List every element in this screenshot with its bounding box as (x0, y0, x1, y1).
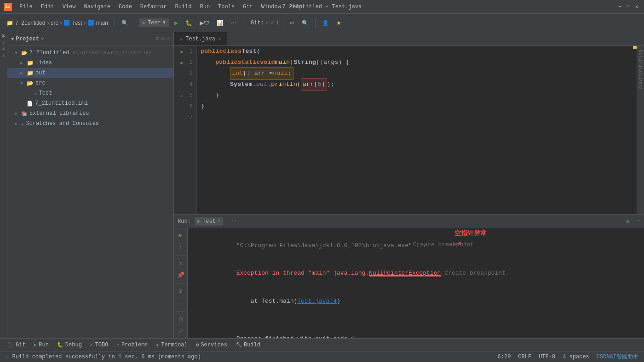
collapse-all-icon[interactable]: ⊟ (156, 35, 159, 42)
window-controls: ─ □ ✕ (616, 3, 640, 11)
minimize-button[interactable]: ─ (616, 3, 624, 11)
run-button[interactable]: ▶ (171, 17, 181, 29)
encoding[interactable]: UTF-8 (539, 354, 555, 360)
bracket-close-4: ] (322, 81, 325, 88)
tree-out[interactable]: ▶ 📁 out (7, 68, 173, 78)
code-line-7 (197, 112, 631, 123)
menu-build[interactable]: Build (171, 3, 195, 11)
menu-view[interactable]: View (59, 3, 80, 11)
tree-idea[interactable]: ▶ 📁 .idea (7, 58, 173, 68)
line-number-gutter: ▶ 1 ▶ 2 3 4 ▶ 5 6 (174, 46, 197, 214)
terminal-bottom-label: Terminal (161, 342, 188, 348)
line-num-6: 6 (185, 103, 193, 110)
git-check-icon[interactable]: ✓ (266, 19, 269, 26)
bottom-problems-btn[interactable]: ⚠ Problems (113, 341, 151, 349)
menu-code[interactable]: Code (115, 3, 136, 11)
profile-button[interactable]: 📊 (214, 17, 226, 29)
menu-edit[interactable]: Edit (37, 3, 58, 11)
bottom-git-btn[interactable]: ⬛ Git (4, 341, 29, 349)
bottom-todo-btn[interactable]: ✓ TODO (86, 341, 112, 349)
project-dropdown2[interactable]: ▼ (41, 36, 44, 42)
run-with-coverage[interactable]: ▶🛡 (197, 17, 212, 29)
bottom-terminal-btn[interactable]: ▸ Terminal (153, 341, 191, 349)
tree-src[interactable]: ▼ 📂 src (7, 78, 173, 88)
git-push-icon[interactable]: ↑ (276, 20, 279, 26)
tree-external-libs[interactable]: ▶ 📚 External Libraries (7, 108, 173, 119)
kw-int: int (232, 70, 243, 77)
line-ending[interactable]: CRLF (518, 354, 531, 360)
run-tab-close[interactable]: ✕ (218, 218, 221, 224)
at-paren-close: ) (337, 298, 340, 305)
run-settings-icon[interactable]: ⚙ (626, 218, 629, 225)
project-panel-title: Project (16, 36, 39, 42)
bottom-services-btn[interactable]: ⚙ Services (192, 341, 231, 349)
assign: = (269, 70, 273, 77)
menu-window[interactable]: Window (258, 3, 285, 11)
menu-file[interactable]: File (16, 3, 36, 11)
bottom-run-btn[interactable]: ▶ Run (30, 341, 52, 349)
undo-button[interactable]: ↩ (287, 17, 297, 29)
settings-icon[interactable]: ⚙ (161, 35, 165, 42)
find-button[interactable]: 🔍 (299, 17, 311, 29)
project-widget[interactable]: 📁 7_21untitled › src › 🟦 Test › 🟦 main (4, 17, 111, 29)
menu-run[interactable]: Run (196, 3, 213, 11)
annotation-container: 空指针异常 ↙ (454, 228, 487, 252)
notifications-panel[interactable]: Notifications (637, 46, 644, 214)
tree-scratches[interactable]: ▶ ✏ Scratches and Consoles (7, 119, 173, 129)
tab-test-java[interactable]: ☕ Test.java ✕ (174, 32, 227, 45)
sidebar-project-icon[interactable]: P (1, 34, 6, 37)
stack-trace-link[interactable]: Test.java:4 (297, 298, 337, 305)
sidebar-structure-icon[interactable]: S (1, 54, 6, 57)
run-panel-dots: ··· (230, 218, 241, 225)
create-breakpoint-link[interactable]: Create breakpoint (444, 270, 506, 277)
bottom-debug-btn[interactable]: 🐛 Debug (53, 341, 86, 349)
more-run-options[interactable]: ⋯ (228, 17, 239, 29)
terminal-bottom-icon: ▸ (156, 342, 160, 348)
menu-refactor[interactable]: Refactor (137, 3, 171, 11)
sidebar-bookmark-icon[interactable]: B (1, 47, 6, 51)
close-panel-icon[interactable]: − (167, 35, 170, 42)
close-button[interactable]: ✕ (633, 3, 640, 11)
git-ai-info[interactable]: CSDNAI智能助手 (597, 353, 638, 361)
indent-info[interactable]: 4 spaces (563, 354, 589, 360)
debug-button[interactable]: 🐛 (183, 17, 195, 29)
run-tab-test[interactable]: ▶ Test ✕ (195, 217, 224, 226)
line-num-1: 1 (185, 48, 193, 55)
run-rerun-btn[interactable]: ▶ (176, 230, 186, 240)
method-println: println (271, 79, 297, 90)
fold-icon-5[interactable]: ▶ (180, 93, 184, 99)
run-config-dropdown[interactable]: ▼ (163, 20, 166, 25)
line-col-info[interactable]: 6:29 (498, 354, 511, 360)
git-check-icon2[interactable]: ✓ (271, 19, 274, 26)
run-configuration[interactable]: ▶ Test ▼ (139, 18, 169, 27)
menu-git[interactable]: Git (239, 3, 257, 11)
tree-test[interactable]: ☕ Test (7, 88, 173, 98)
code-content[interactable]: public class Test { public static void m… (197, 46, 631, 214)
bottom-build-btn[interactable]: 🔨 Build (232, 341, 264, 349)
run-arrow-1[interactable]: ▶ (180, 49, 184, 55)
run-expand-btn[interactable]: ⤢ (176, 326, 186, 336)
run-arrow-2[interactable]: ▶ (180, 60, 184, 66)
tree-iml[interactable]: 📄 7_21untitled.iml (7, 98, 173, 108)
run-stop-up-btn[interactable]: ↑ (176, 242, 186, 252)
kw-public-1: public (201, 46, 223, 57)
run-filter-btn[interactable]: ⊞ (176, 286, 186, 296)
sidebar-commit-icon[interactable]: C (1, 41, 6, 44)
warning-marker (633, 46, 637, 49)
maximize-button[interactable]: □ (625, 3, 632, 11)
search-everywhere-btn[interactable]: 🔍 (119, 17, 131, 29)
run-copy-btn[interactable]: ⎘ (176, 314, 186, 324)
user-button[interactable]: 👤 (319, 17, 332, 29)
menu-tools[interactable]: Tools (214, 3, 238, 11)
run-scroll-btn[interactable]: ≡ (176, 298, 186, 308)
tree-root[interactable]: ▼ 📂 7_21untitled E:\gitee\java\7_21untit… (7, 48, 173, 58)
tab-close-icon[interactable]: ✕ (218, 36, 221, 42)
ai-button[interactable]: ★ (334, 17, 344, 29)
run-pin-btn[interactable]: 📌 (176, 270, 186, 280)
menu-navigate[interactable]: Navigate (80, 3, 114, 11)
run-minus-icon[interactable]: − (637, 218, 640, 225)
method-breadcrumb: 🟦 main (88, 20, 108, 26)
run-close-btn[interactable]: ✕ (176, 258, 186, 268)
project-dropdown-icon[interactable]: ▼ (11, 36, 14, 42)
exception-link[interactable]: NullPointerException (369, 270, 441, 277)
